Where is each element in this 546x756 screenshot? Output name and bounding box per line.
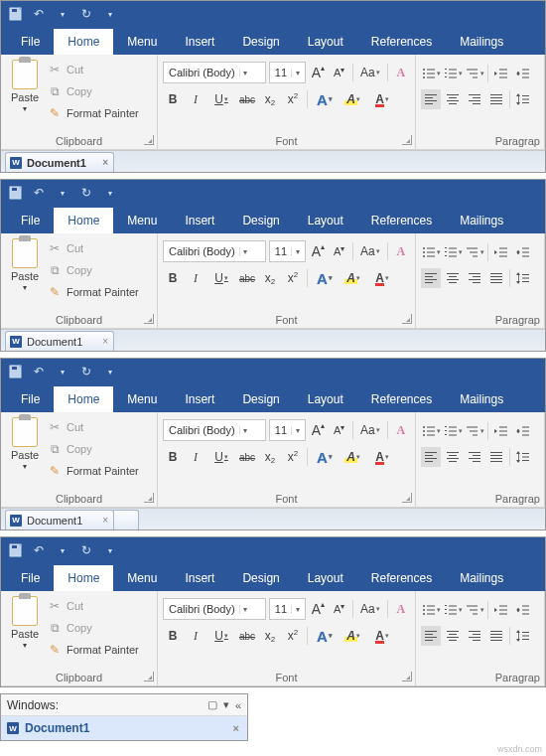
tab-layout[interactable]: Layout (294, 565, 357, 591)
cut-button[interactable]: ✂Cut (46, 238, 141, 258)
paste-dropdown-icon[interactable]: ▾ (23, 462, 27, 471)
numbering-button[interactable]: ▾ (443, 64, 463, 83)
font-name-combo[interactable]: Calibri (Body)▾ (163, 62, 266, 83)
close-icon[interactable]: × (102, 336, 108, 347)
tab-layout[interactable]: Layout (294, 29, 357, 55)
subscript-button[interactable]: x2 (260, 268, 280, 288)
align-center-button[interactable] (443, 89, 463, 109)
superscript-button[interactable]: x2 (283, 626, 303, 646)
chevron-down-icon[interactable]: ▾ (291, 426, 303, 435)
cut-button[interactable]: ✂Cut (46, 596, 141, 616)
decrease-indent-button[interactable] (491, 242, 511, 262)
paste-dropdown-icon[interactable]: ▾ (23, 104, 27, 113)
chevron-down-icon[interactable]: ▾ (239, 69, 251, 77)
save-icon[interactable] (7, 6, 23, 22)
underline-button[interactable]: U▾ (208, 626, 234, 646)
close-icon[interactable]: × (102, 515, 108, 526)
copy-button[interactable]: ⧉Copy (46, 439, 141, 459)
highlight-button[interactable]: A▾ (341, 447, 366, 467)
undo-icon[interactable]: ↶ (31, 364, 47, 379)
increase-indent-button[interactable] (513, 600, 533, 620)
decrease-indent-button[interactable] (491, 421, 511, 441)
bullets-button[interactable]: ▾ (421, 600, 441, 620)
highlight-button[interactable]: A▾ (341, 89, 366, 109)
italic-button[interactable]: I (186, 626, 205, 646)
copy-button[interactable]: ⧉Copy (46, 260, 141, 280)
cut-button[interactable]: ✂Cut (46, 60, 141, 79)
highlight-button[interactable]: A▾ (341, 268, 366, 288)
align-left-button[interactable] (421, 268, 441, 288)
decrease-indent-button[interactable] (491, 600, 511, 620)
grow-font-button[interactable]: A▴ (309, 420, 327, 440)
undo-dropdown-icon[interactable]: ▾ (55, 6, 70, 22)
tab-home[interactable]: Home (54, 386, 113, 412)
increase-indent-button[interactable] (513, 64, 533, 83)
superscript-button[interactable]: x2 (283, 447, 303, 467)
cut-button[interactable]: ✂Cut (46, 417, 141, 437)
multilevel-list-button[interactable]: ▾ (465, 421, 484, 441)
tab-references[interactable]: References (357, 29, 446, 55)
tab-design[interactable]: Design (228, 386, 293, 412)
redo-icon[interactable]: ↻ (78, 6, 94, 22)
strikethrough-button[interactable]: abc (237, 268, 257, 288)
line-spacing-button[interactable] (513, 89, 533, 109)
undo-icon[interactable]: ↶ (31, 542, 47, 558)
new-window-icon[interactable]: ▢ (207, 698, 217, 711)
undo-dropdown-icon[interactable]: ▾ (55, 185, 70, 201)
text-effects-button[interactable]: A▾ (312, 626, 338, 646)
grow-font-button[interactable]: A▴ (309, 63, 327, 82)
paste-button[interactable]: Paste ▾ (6, 58, 44, 131)
font-dialog-launcher[interactable] (402, 493, 412, 503)
decrease-indent-button[interactable] (491, 64, 511, 83)
numbering-button[interactable]: ▾ (443, 242, 463, 262)
undo-dropdown-icon[interactable]: ▾ (55, 364, 70, 379)
tab-home[interactable]: Home (54, 208, 113, 233)
italic-button[interactable]: I (186, 447, 205, 467)
document-tab[interactable]: W Document1 × (5, 152, 114, 172)
tab-file[interactable]: File (7, 565, 54, 591)
align-left-button[interactable] (421, 89, 441, 109)
tab-design[interactable]: Design (228, 208, 293, 233)
font-color-button[interactable]: A▾ (369, 626, 395, 646)
clipboard-dialog-launcher[interactable] (144, 135, 154, 145)
tab-mailings[interactable]: Mailings (446, 565, 517, 591)
subscript-button[interactable]: x2 (260, 447, 280, 467)
undo-icon[interactable]: ↶ (31, 185, 47, 201)
redo-icon[interactable]: ↻ (78, 542, 94, 558)
format-painter-button[interactable]: ✎Format Painter (46, 640, 141, 660)
tab-file[interactable]: File (7, 208, 54, 233)
underline-button[interactable]: U▾ (208, 268, 234, 288)
tab-menu[interactable]: Menu (113, 565, 171, 591)
tab-references[interactable]: References (357, 565, 446, 591)
italic-button[interactable]: I (186, 89, 205, 109)
align-left-button[interactable] (421, 626, 441, 646)
paste-dropdown-icon[interactable]: ▾ (23, 641, 27, 650)
bold-button[interactable]: B (163, 447, 183, 467)
chevron-down-icon[interactable]: ▾ (239, 247, 251, 256)
tab-layout[interactable]: Layout (294, 208, 357, 233)
line-spacing-button[interactable] (513, 626, 533, 646)
tab-home[interactable]: Home (54, 565, 113, 591)
align-center-button[interactable] (443, 268, 463, 288)
format-painter-button[interactable]: ✎Format Painter (46, 282, 141, 302)
grow-font-button[interactable]: A▴ (309, 241, 327, 261)
qat-customize-icon[interactable]: ▾ (102, 185, 118, 201)
font-size-combo[interactable]: 11▾ (269, 62, 306, 83)
font-dialog-launcher[interactable] (402, 672, 412, 681)
change-case-button[interactable]: Aa▾ (357, 63, 383, 82)
paste-button[interactable]: Paste ▾ (6, 594, 44, 668)
multilevel-list-button[interactable]: ▾ (465, 600, 484, 620)
bullets-button[interactable]: ▾ (421, 242, 441, 262)
multilevel-list-button[interactable]: ▾ (465, 242, 484, 262)
clear-formatting-button[interactable]: A (392, 599, 410, 619)
bullets-button[interactable]: ▾ (421, 64, 441, 83)
tab-design[interactable]: Design (228, 29, 293, 55)
bold-button[interactable]: B (163, 89, 183, 109)
paste-button[interactable]: Paste ▾ (6, 415, 44, 489)
save-icon[interactable] (7, 542, 23, 558)
save-icon[interactable] (7, 185, 23, 201)
undo-icon[interactable]: ↶ (31, 6, 47, 22)
change-case-button[interactable]: Aa▾ (357, 599, 383, 619)
font-size-combo[interactable]: 11▾ (269, 419, 306, 441)
bullets-button[interactable]: ▾ (421, 421, 441, 441)
